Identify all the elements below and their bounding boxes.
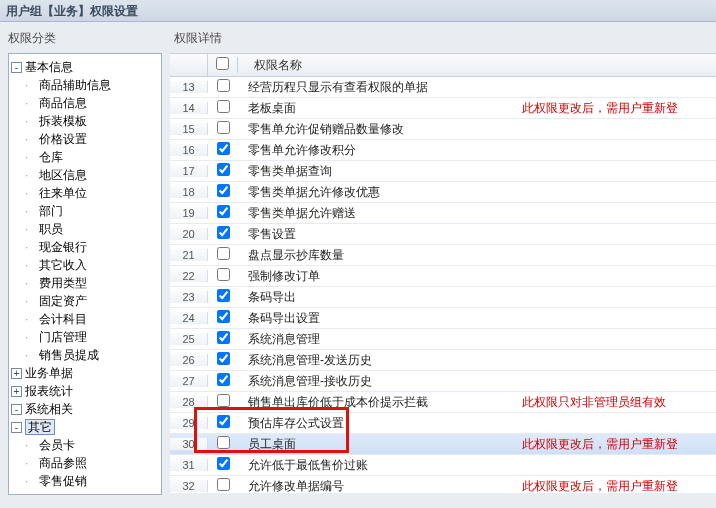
tree-node[interactable]: 其它 xyxy=(25,419,55,435)
row-checkbox[interactable] xyxy=(217,268,230,281)
table-row[interactable]: 13经营历程只显示有查看权限的单据 xyxy=(170,77,716,98)
table-row[interactable]: 29预估库存公式设置 xyxy=(170,413,716,434)
row-checkbox-cell[interactable] xyxy=(208,415,238,431)
row-number: 21 xyxy=(170,249,208,261)
tree-leaf[interactable]: 会计科目 xyxy=(39,312,87,326)
tree-leaf[interactable]: 商品信息 xyxy=(39,96,87,110)
row-checkbox[interactable] xyxy=(217,100,230,113)
row-checkbox-cell[interactable] xyxy=(208,457,238,473)
table-row[interactable]: 15零售单允许促销赠品数量修改 xyxy=(170,119,716,140)
tree-leaf[interactable]: 价格设置 xyxy=(39,132,87,146)
tree-toggle[interactable]: - xyxy=(11,62,22,73)
table-row[interactable]: 30员工桌面此权限更改后，需用户重新登 xyxy=(170,434,716,455)
tree-node[interactable]: 系统相关 xyxy=(25,402,73,416)
tree-toggle[interactable]: + xyxy=(11,368,22,379)
row-checkbox[interactable] xyxy=(217,142,230,155)
tree-leaf[interactable]: 部门 xyxy=(39,204,63,218)
row-checkbox[interactable] xyxy=(217,457,230,470)
tree-leaf-icon: · xyxy=(25,112,36,130)
tree-leaf[interactable]: 拆装模板 xyxy=(39,114,87,128)
tree-toggle[interactable]: - xyxy=(11,404,22,415)
row-checkbox[interactable] xyxy=(217,394,230,407)
row-name: 零售单允许促销赠品数量修改 xyxy=(238,121,518,138)
row-checkbox-cell[interactable] xyxy=(208,289,238,305)
tree-leaf[interactable]: 仓库 xyxy=(39,150,63,164)
tree-leaf[interactable]: 其它收入 xyxy=(39,258,87,272)
tree-leaf[interactable]: 往来单位 xyxy=(39,186,87,200)
row-number: 29 xyxy=(170,417,208,429)
tree-leaf[interactable]: 门店管理 xyxy=(39,330,87,344)
tree-node[interactable]: 业务单据 xyxy=(25,366,73,380)
row-checkbox-cell[interactable] xyxy=(208,310,238,326)
row-checkbox-cell[interactable] xyxy=(208,205,238,221)
row-checkbox[interactable] xyxy=(217,205,230,218)
row-checkbox[interactable] xyxy=(217,226,230,239)
tree-leaf[interactable]: 费用类型 xyxy=(39,276,87,290)
table-row[interactable]: 27系统消息管理-接收历史 xyxy=(170,371,716,392)
row-checkbox[interactable] xyxy=(217,478,230,491)
tree-box[interactable]: -基本信息·商品辅助信息·商品信息·拆装模板·价格设置·仓库·地区信息·往来单位… xyxy=(8,53,162,495)
row-checkbox[interactable] xyxy=(217,415,230,428)
table-row[interactable]: 20零售设置 xyxy=(170,224,716,245)
row-checkbox-cell[interactable] xyxy=(208,268,238,284)
tree-leaf[interactable]: 零售促销 xyxy=(39,474,87,488)
row-checkbox[interactable] xyxy=(217,331,230,344)
row-name: 条码导出设置 xyxy=(238,310,518,327)
row-checkbox[interactable] xyxy=(217,184,230,197)
row-checkbox[interactable] xyxy=(217,310,230,323)
row-checkbox-cell[interactable] xyxy=(208,331,238,347)
tree-leaf-icon: · xyxy=(25,454,36,472)
row-checkbox[interactable] xyxy=(217,121,230,134)
tree-leaf[interactable]: 销售员提成 xyxy=(39,348,99,362)
table-row[interactable]: 17零售类单据查询 xyxy=(170,161,716,182)
tree-node-basic[interactable]: 基本信息 xyxy=(25,60,73,74)
row-checkbox[interactable] xyxy=(217,436,230,449)
row-checkbox-cell[interactable] xyxy=(208,373,238,389)
tree-toggle[interactable]: - xyxy=(11,422,22,433)
table-row[interactable]: 28销售单出库价低于成本价提示拦截此权限只对非管理员组有效 xyxy=(170,392,716,413)
table-row[interactable]: 32允许修改单据编号此权限更改后，需用户重新登 xyxy=(170,476,716,493)
tree-leaf[interactable]: 职员 xyxy=(39,222,63,236)
grid-body[interactable]: 13经营历程只显示有查看权限的单据14老板桌面此权限更改后，需用户重新登15零售… xyxy=(170,77,716,493)
row-checkbox[interactable] xyxy=(217,373,230,386)
table-row[interactable]: 19零售类单据允许赠送 xyxy=(170,203,716,224)
row-checkbox-cell[interactable] xyxy=(208,142,238,158)
row-checkbox[interactable] xyxy=(217,163,230,176)
table-row[interactable]: 31允许低于最低售价过账 xyxy=(170,455,716,476)
row-checkbox-cell[interactable] xyxy=(208,352,238,368)
table-row[interactable]: 24条码导出设置 xyxy=(170,308,716,329)
table-row[interactable]: 26系统消息管理-发送历史 xyxy=(170,350,716,371)
tree-toggle[interactable]: + xyxy=(11,386,22,397)
table-row[interactable]: 18零售类单据允许修改优惠 xyxy=(170,182,716,203)
row-checkbox[interactable] xyxy=(217,352,230,365)
tree-leaf[interactable]: 固定资产 xyxy=(39,294,87,308)
table-row[interactable]: 25系统消息管理 xyxy=(170,329,716,350)
table-row[interactable]: 21盘点显示抄库数量 xyxy=(170,245,716,266)
row-checkbox[interactable] xyxy=(217,289,230,302)
row-name: 系统消息管理-接收历史 xyxy=(238,373,518,390)
tree-node[interactable]: 报表统计 xyxy=(25,384,73,398)
table-row[interactable]: 16零售单允许修改积分 xyxy=(170,140,716,161)
row-checkbox-cell[interactable] xyxy=(208,226,238,242)
row-checkbox-cell[interactable] xyxy=(208,100,238,116)
tree-leaf[interactable]: 商品辅助信息 xyxy=(39,78,111,92)
row-checkbox-cell[interactable] xyxy=(208,436,238,452)
table-row[interactable]: 22强制修改订单 xyxy=(170,266,716,287)
row-checkbox-cell[interactable] xyxy=(208,163,238,179)
table-row[interactable]: 23条码导出 xyxy=(170,287,716,308)
tree-leaf[interactable]: 商品参照 xyxy=(39,456,87,470)
row-checkbox[interactable] xyxy=(217,79,230,92)
row-checkbox[interactable] xyxy=(217,247,230,260)
tree-leaf[interactable]: 会员卡 xyxy=(39,438,75,452)
table-row[interactable]: 14老板桌面此权限更改后，需用户重新登 xyxy=(170,98,716,119)
row-checkbox-cell[interactable] xyxy=(208,121,238,137)
tree-leaf[interactable]: 地区信息 xyxy=(39,168,87,182)
tree-leaf[interactable]: 现金银行 xyxy=(39,240,87,254)
row-checkbox-cell[interactable] xyxy=(208,79,238,95)
row-checkbox-cell[interactable] xyxy=(208,247,238,263)
row-checkbox-cell[interactable] xyxy=(208,184,238,200)
row-checkbox-cell[interactable] xyxy=(208,394,238,410)
col-header-check[interactable] xyxy=(208,57,238,73)
row-number: 20 xyxy=(170,228,208,240)
row-checkbox-cell[interactable] xyxy=(208,478,238,493)
